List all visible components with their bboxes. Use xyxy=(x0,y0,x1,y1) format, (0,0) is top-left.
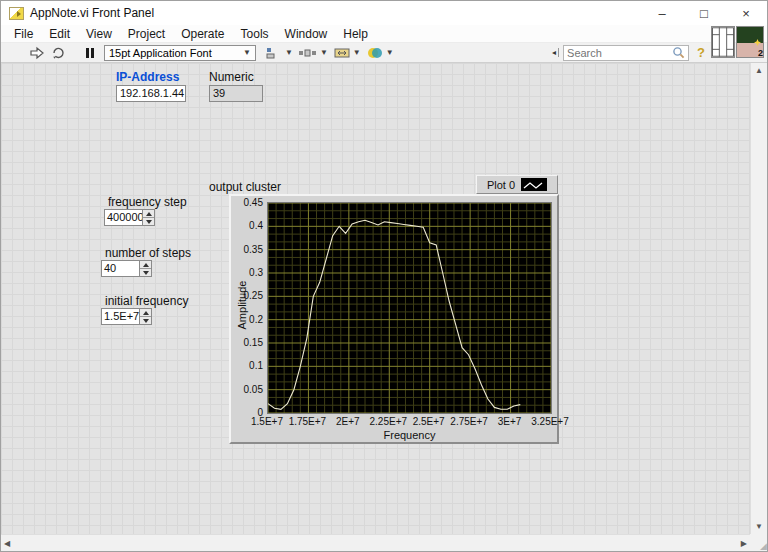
connector-pane-icon[interactable] xyxy=(711,26,735,58)
font-selector-value: 15pt Application Font xyxy=(109,47,240,59)
frequency-step-value[interactable]: 400000 xyxy=(104,209,142,226)
search-box[interactable] xyxy=(563,45,689,61)
minimize-button[interactable]: – xyxy=(641,1,683,25)
plot-legend-label: Plot 0 xyxy=(487,179,515,191)
chevron-down-icon: ▼ xyxy=(285,48,293,57)
menu-project[interactable]: Project xyxy=(120,27,173,41)
numeric-indicator: 39 xyxy=(209,85,263,102)
output-cluster-label: output cluster xyxy=(209,180,281,194)
chevron-down-icon: ▼ xyxy=(353,48,361,57)
x-tick-label: 2.5E+7 xyxy=(413,416,445,427)
number-of-steps-spinner xyxy=(139,260,152,277)
decrement-button[interactable] xyxy=(143,218,154,225)
align-objects-button[interactable]: ▼ xyxy=(266,44,293,62)
search-collapse-icon[interactable]: ◂ xyxy=(552,48,559,57)
run-continuous-button[interactable] xyxy=(51,44,66,62)
vi-file-icon xyxy=(9,7,24,20)
run-arrow-icon xyxy=(29,46,45,60)
search-icon xyxy=(672,46,685,59)
ip-address-input[interactable]: 192.168.1.44 xyxy=(116,85,186,102)
horizontal-scrollbar[interactable]: ◀ ▶ xyxy=(1,534,750,551)
y-tick-label: 0.1 xyxy=(231,360,263,371)
y-axis-label: Amplitude xyxy=(236,235,250,375)
number-of-steps-control[interactable]: 40 xyxy=(101,260,152,277)
decrement-button[interactable] xyxy=(140,317,151,324)
vi-corner: 2 xyxy=(711,26,764,58)
chevron-down-icon: ▼ xyxy=(386,48,394,57)
front-panel[interactable]: IP-Address 192.168.1.44 Numeric 39 frequ… xyxy=(1,63,767,551)
increment-button[interactable] xyxy=(140,309,151,317)
menu-file[interactable]: File xyxy=(6,27,41,41)
initial-frequency-control[interactable]: 1.5E+7 xyxy=(101,308,152,325)
y-tick-label: 0.25 xyxy=(231,290,263,301)
x-tick-label: 3E+7 xyxy=(498,416,522,427)
plot-area-svg xyxy=(268,203,551,413)
vertical-scrollbar[interactable]: ▲ ▼ xyxy=(750,63,767,534)
close-button[interactable]: × xyxy=(725,1,767,25)
y-tick-label: 0.3 xyxy=(231,267,263,278)
vi-icon[interactable]: 2 xyxy=(736,26,764,58)
scroll-down-icon[interactable]: ▼ xyxy=(752,519,766,534)
frequency-step-control[interactable]: 400000 xyxy=(104,209,155,226)
initial-frequency-spinner xyxy=(139,308,152,325)
menu-view[interactable]: View xyxy=(78,27,120,41)
number-of-steps-value[interactable]: 40 xyxy=(101,260,139,277)
plot-legend-line-icon xyxy=(521,178,547,191)
chevron-down-icon: ▼ xyxy=(320,48,328,57)
distribute-objects-button[interactable]: ▼ xyxy=(299,44,328,62)
menu-bar: File Edit View Project Operate Tools Win… xyxy=(1,25,767,43)
resize-grip[interactable]: ◢ xyxy=(750,534,767,551)
vi-icon-badge: 2 xyxy=(758,48,763,58)
y-tick-label: 0.45 xyxy=(231,197,263,208)
menu-help[interactable]: Help xyxy=(335,27,376,41)
resize-objects-icon xyxy=(334,47,350,59)
menu-edit[interactable]: Edit xyxy=(41,27,78,41)
font-selector[interactable]: 15pt Application Font ▼ xyxy=(104,45,256,61)
frequency-step-label: frequency step xyxy=(108,195,187,209)
run-button[interactable] xyxy=(29,44,45,62)
context-help-button[interactable]: ? xyxy=(697,45,705,60)
search-input[interactable] xyxy=(567,47,672,59)
x-tick-label: 2.25E+7 xyxy=(370,416,408,427)
title-bar: AppNote.vi Front Panel – □ × xyxy=(1,1,767,25)
search-area: ◂ ? xyxy=(552,45,705,61)
increment-button[interactable] xyxy=(143,210,154,218)
plot-area[interactable] xyxy=(267,202,552,414)
ip-address-label: IP-Address xyxy=(116,70,179,84)
continuous-run-icon xyxy=(51,46,66,60)
chevron-down-icon: ▼ xyxy=(243,48,251,57)
reorder-objects-icon xyxy=(367,46,383,60)
y-tick-label: 0.05 xyxy=(231,383,263,394)
scroll-up-icon[interactable]: ▲ xyxy=(752,63,766,78)
menu-tools[interactable]: Tools xyxy=(233,27,277,41)
window-title: AppNote.vi Front Panel xyxy=(30,6,641,20)
scroll-left-icon[interactable]: ◀ xyxy=(1,536,13,551)
menu-window[interactable]: Window xyxy=(277,27,336,41)
reorder-objects-button[interactable]: ▼ xyxy=(367,44,394,62)
align-objects-icon xyxy=(266,47,282,59)
y-tick-label: 0.35 xyxy=(231,243,263,254)
x-tick-label: 1.5E+7 xyxy=(251,416,283,427)
y-tick-label: 0.15 xyxy=(231,337,263,348)
increment-button[interactable] xyxy=(140,261,151,269)
plot-legend[interactable]: Plot 0 xyxy=(476,175,558,194)
waveform-graph[interactable]: Amplitude 0.450.40.350.30.250.20.150.10.… xyxy=(229,194,559,444)
initial-frequency-label: initial frequency xyxy=(105,294,188,308)
initial-frequency-value[interactable]: 1.5E+7 xyxy=(101,308,139,325)
x-tick-label: 2E+7 xyxy=(336,416,360,427)
number-of-steps-label: number of steps xyxy=(105,246,191,260)
y-tick-label: 0.2 xyxy=(231,313,263,324)
pause-button[interactable] xyxy=(86,48,94,58)
maximize-button[interactable]: □ xyxy=(683,1,725,25)
frequency-step-spinner xyxy=(142,209,155,226)
x-tick-label: 1.75E+7 xyxy=(289,416,327,427)
toolbar: 15pt Application Font ▼ ▼ ▼ ▼ ▼ ◂ xyxy=(1,43,767,63)
vi-icon-spark xyxy=(754,39,761,46)
resize-objects-button[interactable]: ▼ xyxy=(334,44,361,62)
scroll-right-icon[interactable]: ▶ xyxy=(738,536,750,551)
distribute-objects-icon xyxy=(299,47,317,59)
decrement-button[interactable] xyxy=(140,269,151,276)
menu-operate[interactable]: Operate xyxy=(173,27,232,41)
x-axis-label: Frequency xyxy=(267,429,552,441)
y-tick-label: 0.4 xyxy=(231,220,263,231)
